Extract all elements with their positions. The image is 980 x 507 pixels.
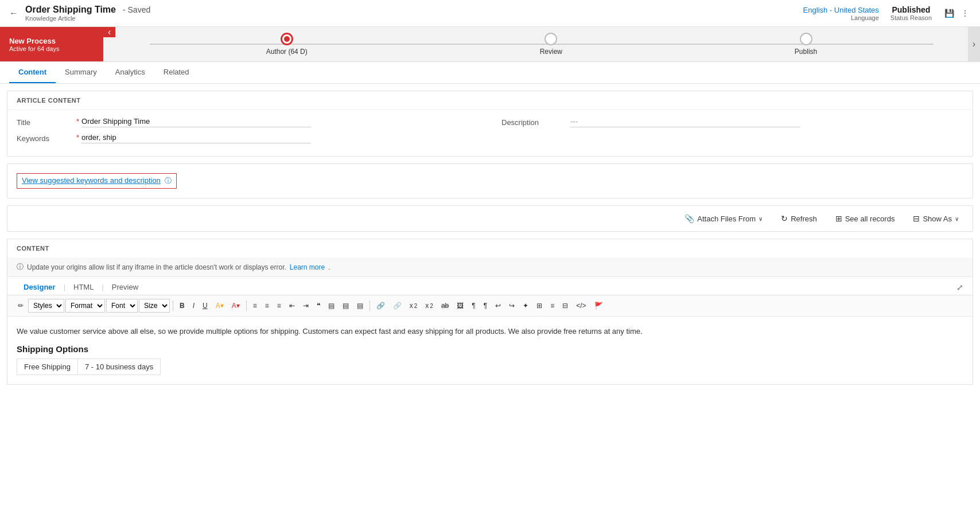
editor-tab-preview[interactable]: Preview xyxy=(105,279,145,295)
flag-button[interactable]: 🚩 xyxy=(591,300,606,311)
editor-content[interactable]: We value customer service above all else… xyxy=(7,317,973,384)
italic-button[interactable]: I xyxy=(189,300,198,311)
list-button[interactable]: ≡ xyxy=(547,300,558,311)
suggest-info-icon[interactable]: ⓘ xyxy=(165,177,172,185)
undo-button[interactable]: ↩ xyxy=(492,300,504,311)
toolbar-section: 📎 Attach Files From ∨ ↻ Refresh ⊞ See al… xyxy=(7,205,973,232)
subscript-button[interactable]: x2 xyxy=(422,300,437,311)
styles-select[interactable]: Styles xyxy=(28,299,64,313)
special2-button[interactable]: ¶ xyxy=(480,300,491,311)
process-step-author[interactable]: Author (64 D) xyxy=(266,33,308,56)
suggest-link-box: View suggested keywords and description … xyxy=(17,173,177,189)
table-button[interactable]: ⊞ xyxy=(533,300,546,311)
keywords-field-row: Keywords * order, ship xyxy=(17,133,479,143)
highlight-button[interactable]: A▾ xyxy=(212,300,227,311)
indent-button[interactable]: ⇥ xyxy=(300,300,312,311)
superscript-button[interactable]: x2 xyxy=(406,300,421,311)
process-step-review[interactable]: Review xyxy=(540,33,562,56)
description-field-row: Description --- xyxy=(501,117,963,127)
unlink-button[interactable]: 🔗 xyxy=(390,300,405,311)
description-label: Description xyxy=(501,117,559,127)
attach-files-button[interactable]: 📎 Attach Files From ∨ xyxy=(680,212,767,225)
toolbar-sep3 xyxy=(370,301,370,311)
refresh-button[interactable]: ↻ Refresh xyxy=(776,212,822,225)
eraser-button[interactable]: ✏ xyxy=(14,300,27,311)
status-group: Published Status Reason xyxy=(890,5,932,21)
strikethrough-button[interactable]: ab xyxy=(438,300,452,311)
see-all-label: See all records xyxy=(845,214,895,223)
attach-chevron: ∨ xyxy=(759,216,763,222)
suggest-keywords-link[interactable]: View suggested keywords and description xyxy=(22,176,161,185)
format-select[interactable]: Format xyxy=(65,299,105,313)
title-group: Order Shipping Time - Saved Knowledge Ar… xyxy=(25,5,150,22)
font-color-button[interactable]: A▾ xyxy=(228,300,243,311)
title-label: Title xyxy=(17,117,74,127)
tab-related[interactable]: Related xyxy=(154,62,199,83)
keywords-value[interactable]: order, ship xyxy=(81,133,311,143)
refresh-label: Refresh xyxy=(791,214,817,223)
description-value[interactable]: --- xyxy=(570,117,800,127)
process-step-publish[interactable]: Publish xyxy=(795,33,817,56)
tab-analytics[interactable]: Analytics xyxy=(106,62,154,83)
tab-summary[interactable]: Summary xyxy=(56,62,106,83)
align-right-button[interactable]: ≡ xyxy=(274,300,285,311)
attach-icon: 📎 xyxy=(685,214,694,223)
redo-button[interactable]: ↪ xyxy=(505,300,518,311)
title-field-row: Title * Order Shipping Time xyxy=(17,117,479,127)
article-content-header: ARTICLE CONTENT xyxy=(7,91,973,110)
page-subtitle: Knowledge Article xyxy=(25,15,150,22)
header-icons: 💾 ⋮ xyxy=(943,7,971,19)
header: ← Order Shipping Time - Saved Knowledge … xyxy=(0,0,980,27)
show-as-label: Show As xyxy=(923,214,952,223)
html-button[interactable]: </> xyxy=(573,300,589,311)
main-tabs: Content Summary Analytics Related xyxy=(0,62,980,84)
link-button[interactable]: 🔗 xyxy=(373,300,388,311)
bold-button[interactable]: B xyxy=(176,300,188,311)
editor-paragraph: We value customer service above all else… xyxy=(17,326,963,337)
language-value[interactable]: English - United States xyxy=(803,6,879,14)
table-row: Free Shipping 7 - 10 business days xyxy=(17,358,161,375)
process-nav-left-button[interactable]: ‹ xyxy=(103,27,115,37)
show-as-button[interactable]: ⊟ Show As ∨ xyxy=(908,212,963,225)
size-select[interactable]: Size xyxy=(139,299,170,313)
title-required: * xyxy=(76,117,79,126)
align-center-button[interactable]: ≡ xyxy=(262,300,273,311)
special1-button[interactable]: ¶ xyxy=(468,300,479,311)
justify-left-button[interactable]: ▤ xyxy=(325,300,338,311)
tab-content[interactable]: Content xyxy=(9,62,56,83)
article-right-col: Description --- xyxy=(501,117,963,149)
font-select[interactable]: Font xyxy=(106,299,138,313)
editor-tab-html[interactable]: HTML xyxy=(67,279,100,295)
toolbar-sep1 xyxy=(173,301,173,311)
title-value[interactable]: Order Shipping Time xyxy=(81,117,311,127)
publish-circle xyxy=(800,33,812,45)
editor-tab-designer[interactable]: Designer xyxy=(17,279,63,295)
page-title: Order Shipping Time xyxy=(25,5,116,15)
editor-table: Free Shipping 7 - 10 business days xyxy=(17,358,161,375)
status-label: Status Reason xyxy=(890,14,932,21)
align-left-button[interactable]: ≡ xyxy=(250,300,260,311)
indent2-button[interactable]: ⊟ xyxy=(559,300,571,311)
outdent-button[interactable]: ⇤ xyxy=(286,300,298,311)
expand-icon[interactable]: ⤢ xyxy=(956,283,963,292)
learn-more-link[interactable]: Learn more xyxy=(290,263,325,271)
justify-center-button[interactable]: ▤ xyxy=(339,300,352,311)
quote-button[interactable]: ❝ xyxy=(313,300,324,311)
back-button[interactable]: ← xyxy=(9,8,18,18)
clean-button[interactable]: ✦ xyxy=(519,300,532,311)
process-stage-sub: Active for 64 days xyxy=(9,45,94,52)
author-circle xyxy=(281,33,293,45)
notice-info-icon: ⓘ xyxy=(17,262,24,272)
image-button[interactable]: 🖼 xyxy=(453,300,467,311)
process-nav-right-button[interactable]: › xyxy=(968,27,980,61)
process-stage-name: New Process xyxy=(9,37,94,45)
language-group: English - United States Language xyxy=(803,6,879,21)
show-as-chevron: ∨ xyxy=(955,216,959,222)
save-icon[interactable]: 💾 xyxy=(943,7,955,19)
justify-right-button[interactable]: ▤ xyxy=(353,300,367,311)
review-circle xyxy=(545,33,557,45)
see-all-records-button[interactable]: ⊞ See all records xyxy=(831,212,900,225)
underline-button[interactable]: U xyxy=(199,300,211,311)
editor-tab-sep2: | xyxy=(102,283,103,291)
more-icon[interactable]: ⋮ xyxy=(959,7,971,19)
